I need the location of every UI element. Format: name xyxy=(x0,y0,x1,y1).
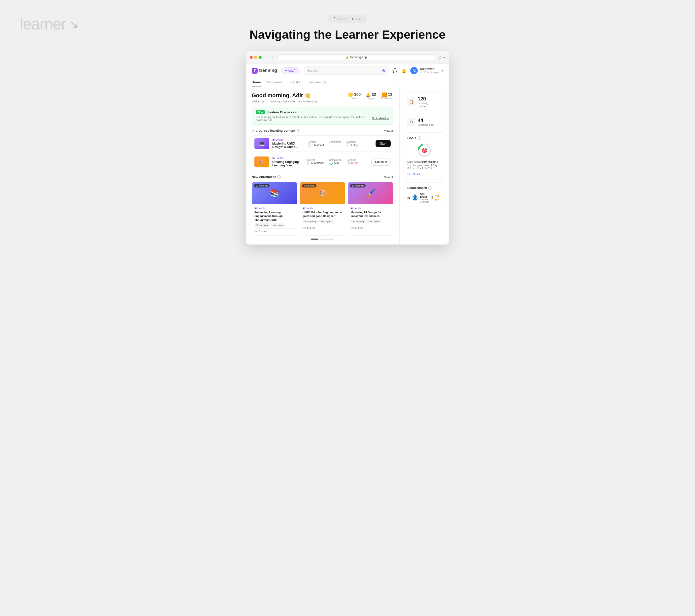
user-name: Adit Irwan xyxy=(420,68,440,71)
goals-daily-value: 6/30 learning xyxy=(422,160,438,163)
leaderboard-item-1: #1 👤 Arif Brata Jr UI/UX Designer 🏅 100 … xyxy=(407,192,442,203)
goals-title: Goals i xyxy=(407,136,442,140)
course-icon-1: ▣ xyxy=(272,138,274,141)
course-info-1: ▣ Course Mastering UI/UX Design: A Guide… xyxy=(272,138,305,149)
card-tags-2: Prototyping Not Urgent xyxy=(303,220,343,223)
traffic-lights xyxy=(250,56,261,59)
clock-icon-1: 🕐 xyxy=(346,143,350,146)
course-info-2: ▣ Course Creating Engaging Learning Jour… xyxy=(272,157,303,167)
nav-item-catalog[interactable]: Catalog xyxy=(290,78,302,87)
tl-red[interactable] xyxy=(250,56,253,59)
card-body-1: ▣ Course Enhancing Learning Engagement T… xyxy=(252,204,297,235)
card-tags-1: Prototyping Not Urgent xyxy=(254,224,295,227)
lb-pts-1: 🏅 100 pts xyxy=(431,195,442,200)
leaderboard-info-icon: i xyxy=(428,186,432,190)
address-bar[interactable]: 🔒 trenning.app xyxy=(277,54,435,60)
left-panel: Good morning, Adit 👋 Welcome to Trenning… xyxy=(246,87,400,245)
continue-button-2[interactable]: Continue xyxy=(371,158,391,166)
stat-certificates: 🟧 12 Certificates xyxy=(381,92,393,100)
stat-card-left-2: ⏱ 44 Learning time xyxy=(407,118,435,126)
tl-green[interactable] xyxy=(259,56,261,59)
card-status-1: Not Started xyxy=(254,228,295,233)
goals-streak-dates: (28 Sep 23 - 4 Okt 23) xyxy=(407,167,432,170)
browser-actions: ⬡ + xyxy=(438,55,445,59)
stat-certs-value: 🟧 12 xyxy=(382,92,392,97)
stat-card-info-1: 120 Learning content xyxy=(418,96,438,108)
goals-streak: Your Longest streak: 1 Day (28 Sep 23 - … xyxy=(407,164,442,170)
user-name-block: Adit Irwan Jr UI/UX Designer xyxy=(420,68,440,74)
goals-section: Goals i 🎯 Daily Goal: xyxy=(404,133,445,180)
share-icon[interactable]: ⬡ xyxy=(438,55,441,59)
main-heading: Navigating the Learner Experience xyxy=(250,28,445,41)
browser-back-button[interactable]: ‹ xyxy=(265,55,268,60)
favorites-badge: 1 xyxy=(323,81,327,84)
content-icon-2: 📄 xyxy=(306,161,310,165)
enrollment-header: New enrollment i View all xyxy=(252,175,393,179)
meta-content-1: Content 📄 5 Material xyxy=(308,141,324,146)
new-badge: New xyxy=(256,110,265,114)
card-body-2: ▣ Course UI/UX 101 - For Beginner to be … xyxy=(300,204,345,232)
card-tags-3: Prototyping Not Urgent xyxy=(351,220,391,223)
stat-card-learning-time: ⏱ 44 Learning time → xyxy=(404,114,445,130)
start-button-1[interactable]: Start xyxy=(375,140,391,147)
ask-ai-button[interactable]: ✦ Ask AI xyxy=(281,68,300,74)
leaderboard-title: Leaderboard i xyxy=(407,186,442,190)
scroll-bar-active xyxy=(311,239,319,240)
nav-item-my-learning[interactable]: My Learning xyxy=(267,78,285,87)
ring-chart: 🎯 xyxy=(417,143,432,158)
enrollment-view-all[interactable]: View all xyxy=(384,176,393,179)
learning-time-arrow[interactable]: → xyxy=(438,120,442,124)
card-icon-3: ▣ xyxy=(351,207,353,210)
course-name-1: Mastering UI/UX Design: A Guide... xyxy=(272,142,305,149)
point-icon: 🟡 xyxy=(348,92,353,97)
search-bar[interactable]: Search... ⊕ xyxy=(304,67,389,75)
course-row-1: 💻 ▣ Course Mastering UI/UX Design: A Gui… xyxy=(252,136,393,152)
tl-yellow[interactable] xyxy=(254,56,257,59)
goals-streak-value: 1 Day xyxy=(431,164,437,167)
nav-item-home[interactable]: Home xyxy=(252,78,260,87)
see-detail-link[interactable]: See Detail xyxy=(407,173,420,176)
card-tag-1-0: Prototyping xyxy=(254,224,270,227)
browser-address: trenning.app xyxy=(350,55,367,59)
card-body-3: ▣ Course Mastering UI Design for Impactf… xyxy=(348,204,393,232)
content-icon-1: 📄 xyxy=(308,143,311,146)
browser-chrome: ‹ › 🔒 trenning.app ⬡ + xyxy=(246,51,449,64)
add-tab-icon[interactable]: + xyxy=(443,55,445,59)
stats-row: 🟡 100 Point 🔔 32 Badges xyxy=(348,92,393,100)
feature-link[interactable]: Go to detail → xyxy=(372,117,389,120)
top-nav: T trenning ✦ Ask AI Search... ⊕ 💬 🔔 AI A… xyxy=(246,64,449,78)
enrollment-info-icon: i xyxy=(277,175,281,179)
logo-icon: T xyxy=(252,68,258,74)
bell-icon[interactable]: 🔔 xyxy=(401,68,406,73)
stat-badges-label: Badges xyxy=(367,97,375,100)
search-icon: ⊕ xyxy=(382,68,385,73)
in-progress-view-all[interactable]: View all xyxy=(384,129,393,132)
card-status-3: Not Started xyxy=(351,225,391,229)
card-thumb-3: 12 materials 🖌️ xyxy=(348,182,393,204)
user-info: AI Adit Irwan Jr UI/UX Designer ▾ xyxy=(410,67,443,74)
feature-description: The learning content are a new feature i… xyxy=(256,116,372,122)
feature-banner: New Feature Discussion The learning cont… xyxy=(252,107,393,125)
course-icon-2: ▣ xyxy=(272,157,274,159)
info-icon: i xyxy=(297,129,300,133)
stat-badges-value: 🔔 32 xyxy=(366,92,376,97)
nav-item-favorites[interactable]: Favorites 1 xyxy=(307,78,327,87)
enrollment-card-3: 12 materials 🖌️ ▣ Course Mastering UI De… xyxy=(348,182,393,235)
stat-card-label-1: Learning content xyxy=(418,102,438,108)
chevron-down-icon[interactable]: ▾ xyxy=(442,69,443,72)
meta-deadline-1: Deadline 🕐 1 Day xyxy=(346,141,358,146)
card-tag-3-0: Prototyping xyxy=(351,220,366,223)
chat-icon[interactable]: 💬 xyxy=(392,68,397,73)
browser-forward-button[interactable]: › xyxy=(271,55,274,60)
meta-completion-2: Completion 64% xyxy=(329,159,341,165)
card-status-2: Not Started xyxy=(303,225,343,229)
stat-card-num-2: 44 xyxy=(418,118,435,123)
card-tag-3-1: Not Urgent xyxy=(367,220,382,223)
learning-content-arrow[interactable]: → xyxy=(438,100,442,104)
completion-ring xyxy=(329,161,333,165)
materials-badge-1: 10 materials xyxy=(254,184,270,188)
card-tag-2-1: Not Urgent xyxy=(319,220,334,223)
enrollment-title: New enrollment i xyxy=(252,175,281,179)
course-name-2: Creating Engaging Learning Jour... xyxy=(272,160,303,167)
card-title-2: UI/UX 101 - For Beginner to be great and… xyxy=(303,211,343,218)
